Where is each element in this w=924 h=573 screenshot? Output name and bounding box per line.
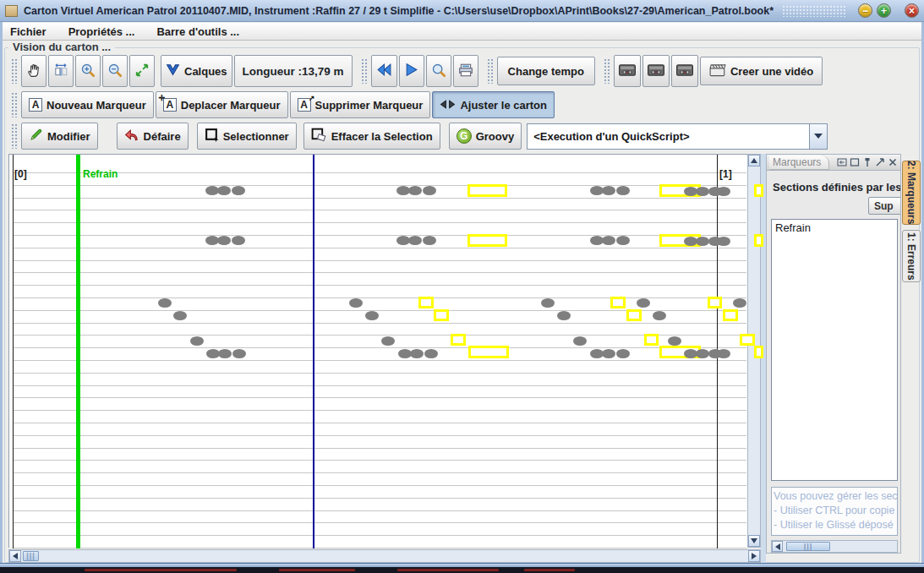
toolbar-drag-handle[interactable]: [604, 58, 611, 84]
note-dot[interactable]: [616, 236, 630, 245]
calques-button[interactable]: Calques: [161, 55, 232, 87]
note-highlight[interactable]: [434, 309, 449, 321]
note-dot[interactable]: [408, 186, 422, 195]
tab-marqueurs[interactable]: 2: Marqueurs: [902, 161, 921, 225]
note-dot[interactable]: [218, 349, 232, 358]
note-highlight[interactable]: [644, 334, 659, 346]
note-dot[interactable]: [573, 336, 587, 346]
note-dot[interactable]: [349, 298, 363, 308]
clear-selection-button[interactable]: Effacer la Selection: [303, 123, 440, 150]
canvas-horizontal-scrollbar[interactable]: |||: [8, 549, 761, 563]
note-highlight[interactable]: [740, 334, 755, 346]
note-dot[interactable]: [696, 349, 709, 358]
note-highlight[interactable]: [467, 234, 507, 247]
note-dot[interactable]: [365, 311, 379, 320]
minimize-button[interactable]: −: [858, 3, 872, 18]
suppress-button[interactable]: Sup: [868, 197, 901, 215]
note-dot[interactable]: [173, 311, 187, 320]
delete-marker-button[interactable]: ↗A Supprimer Marqueur: [290, 91, 431, 118]
scroll-down-button[interactable]: [748, 535, 760, 547]
float-icon[interactable]: [875, 157, 885, 167]
note-dot[interactable]: [602, 349, 615, 358]
note-dot[interactable]: [410, 349, 424, 358]
note-dot[interactable]: [602, 186, 615, 195]
note-dot[interactable]: [717, 187, 730, 196]
menu-item-barre-d-outils[interactable]: Barre d'outils ...: [156, 25, 239, 38]
preview-button[interactable]: [426, 55, 451, 87]
note-dot[interactable]: [217, 186, 231, 195]
change-tempo-button[interactable]: Change tempo: [497, 57, 595, 85]
maximize-button[interactable]: +: [877, 3, 891, 18]
note-dot[interactable]: [733, 298, 746, 308]
note-highlight[interactable]: [754, 234, 763, 247]
note-highlight[interactable]: [754, 184, 763, 197]
note-highlight[interactable]: [610, 297, 626, 308]
close-panel-icon[interactable]: [888, 157, 898, 167]
note-dot[interactable]: [602, 236, 615, 245]
move-marker-button[interactable]: ✛A Deplacer Marqueur: [156, 91, 288, 118]
modify-button[interactable]: Modifier: [21, 123, 98, 150]
carton-canvas[interactable]: [0]Refrain[1]: [8, 154, 747, 548]
tab-erreurs[interactable]: 1: Erreurs: [902, 230, 921, 282]
zoom-out-button[interactable]: [102, 55, 128, 87]
zoom-in-button[interactable]: [75, 55, 101, 87]
note-dot[interactable]: [158, 298, 172, 308]
toolbar-drag-handle[interactable]: [487, 58, 495, 84]
note-highlight[interactable]: [626, 309, 642, 321]
cassette-button-1[interactable]: [614, 55, 641, 87]
expand-view-button[interactable]: [129, 55, 155, 87]
hscroll-thumb[interactable]: |||: [23, 551, 39, 561]
fit-width-button[interactable]: [48, 55, 74, 87]
note-highlight[interactable]: [451, 334, 466, 346]
toolbar-drag-handle[interactable]: [361, 58, 369, 84]
toolbar-drag-handle[interactable]: [11, 123, 19, 149]
pin-icon[interactable]: [862, 157, 872, 167]
cassette-button-2[interactable]: [642, 55, 670, 87]
note-highlight[interactable]: [468, 346, 509, 358]
note-highlight[interactable]: [467, 184, 507, 197]
note-dot[interactable]: [696, 237, 709, 246]
note-dot[interactable]: [232, 349, 246, 358]
undo-button[interactable]: Défaire: [117, 123, 189, 150]
print-button[interactable]: [453, 55, 478, 87]
note-highlight[interactable]: [418, 297, 434, 308]
panel-hscroll-thumb[interactable]: |||: [786, 542, 830, 551]
note-highlight[interactable]: [723, 309, 738, 321]
note-dot[interactable]: [381, 336, 395, 346]
title-bar[interactable]: Carton Virtuel American Patrol 20110407.…: [0, 0, 924, 22]
note-dot[interactable]: [232, 236, 245, 245]
quickscript-combobox[interactable]: <Execution d'un QuickScript>: [527, 123, 828, 150]
note-dot[interactable]: [616, 349, 630, 358]
dock-icon[interactable]: [837, 157, 847, 167]
note-dot[interactable]: [190, 336, 204, 346]
select-button[interactable]: Selectionner: [197, 123, 297, 150]
note-dot[interactable]: [217, 236, 231, 245]
toolbar-drag-handle[interactable]: [11, 92, 19, 117]
marqueurs-panel-header[interactable]: Marqueurs: [767, 155, 900, 171]
note-highlight[interactable]: [708, 297, 722, 308]
sections-list[interactable]: Refrain: [771, 219, 898, 481]
scroll-left-button[interactable]: [9, 550, 21, 562]
note-highlight[interactable]: [754, 346, 763, 358]
create-video-button[interactable]: Creer une vidéo: [700, 57, 823, 85]
panel-horizontal-scrollbar[interactable]: |||: [771, 540, 898, 553]
note-dot[interactable]: [696, 187, 709, 196]
scroll-right-button[interactable]: [748, 550, 760, 562]
note-dot[interactable]: [557, 311, 571, 320]
note-dot[interactable]: [424, 349, 438, 358]
note-dot[interactable]: [616, 186, 630, 195]
adjust-carton-button[interactable]: Ajuster le carton: [432, 91, 555, 118]
toolbar-drag-handle[interactable]: [11, 58, 19, 84]
scroll-up-button[interactable]: [748, 155, 760, 166]
combo-dropdown-button[interactable]: [809, 124, 827, 149]
new-marker-button[interactable]: A Nouveau Marqueur: [21, 91, 154, 118]
play-button[interactable]: [399, 55, 424, 87]
hand-tool-button[interactable]: [21, 55, 46, 87]
list-item[interactable]: Refrain: [772, 220, 897, 236]
rewind-button[interactable]: [371, 55, 397, 87]
note-dot[interactable]: [232, 186, 245, 195]
note-dot[interactable]: [717, 349, 730, 358]
maximize-panel-icon[interactable]: [850, 157, 860, 167]
note-dot[interactable]: [541, 298, 555, 308]
note-dot[interactable]: [637, 298, 650, 308]
